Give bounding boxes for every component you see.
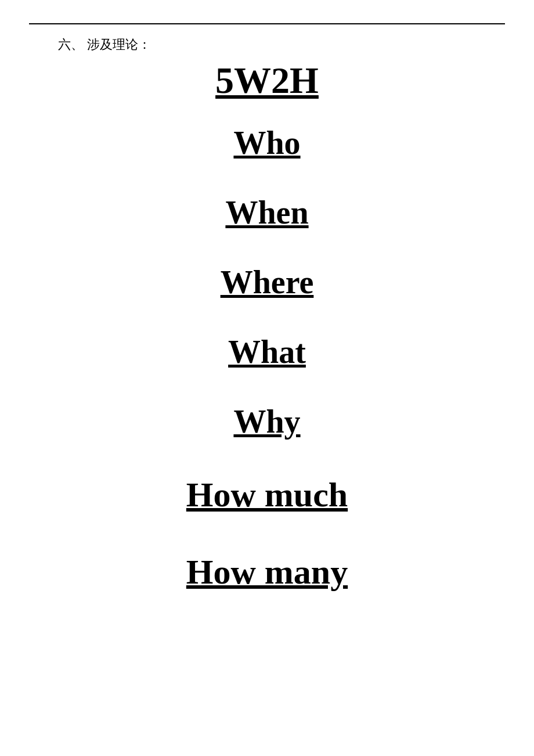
page: 六、 涉及理论： 5W2H Who When Where What Why Ho… bbox=[0, 23, 534, 756]
top-divider bbox=[29, 23, 505, 24]
header-label: 六、 涉及理论： bbox=[58, 37, 151, 52]
term-what: What bbox=[228, 333, 306, 370]
header-section: 六、 涉及理论： bbox=[0, 36, 534, 53]
term-why: Why bbox=[233, 403, 300, 440]
term-when: When bbox=[225, 194, 308, 231]
term-how-many: How many bbox=[186, 552, 348, 592]
term-who: Who bbox=[233, 124, 300, 161]
title-5w2h: 5W2H bbox=[215, 59, 319, 102]
term-how-much: How much bbox=[186, 475, 348, 515]
content-area: 5W2H Who When Where What Why How much Ho… bbox=[0, 59, 534, 611]
term-where: Where bbox=[221, 264, 314, 301]
